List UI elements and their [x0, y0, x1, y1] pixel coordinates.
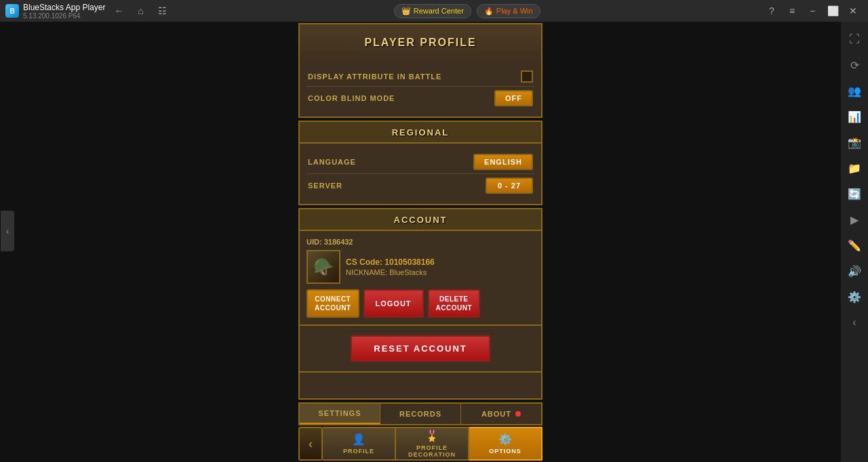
game-area: PLAYER PROFILE DISPLAY ATTRIBUTE IN BATT… [0, 22, 841, 462]
server-row: SERVER 0 - 27 [307, 174, 534, 197]
cs-code: CS Code: 10105038166 [346, 257, 534, 267]
options-label: OPTIONS [489, 448, 521, 455]
title-bar-info: BlueStacks App Player 5.13.200.1026 P64 [23, 3, 105, 20]
maximize-button[interactable]: ⬜ [823, 3, 842, 18]
sidebar-macro-icon[interactable]: ▶ [842, 207, 867, 232]
minimize-button[interactable]: − [803, 3, 822, 18]
sidebar-settings-icon[interactable]: ⚙️ [842, 285, 867, 309]
notification-dot [515, 411, 521, 417]
sidebar-folder-icon[interactable]: 📁 [842, 156, 867, 180]
logout-button[interactable]: LOGOUT [363, 289, 424, 318]
display-settings-section: DISPLAY ATTRIBUTE IN BATTLE COLOR BLIND … [298, 60, 542, 118]
language-select[interactable]: ENGLISH [473, 154, 533, 170]
play-win-button[interactable]: 🔥 Play & Win [477, 4, 540, 18]
regional-title-bar: REGIONAL [298, 121, 542, 144]
close-button[interactable]: ✕ [844, 3, 863, 18]
bottom-tabs: SETTINGS RECORDS ABOUT [298, 402, 542, 425]
sidebar-group-icon[interactable]: 👥 [842, 79, 867, 103]
sub-tabs: ‹ 👤 PROFILE 🎖️ PROFILEDECORATION ⚙️ OPTI… [298, 427, 542, 461]
player-profile-panel: PLAYER PROFILE DISPLAY ATTRIBUTE IN BATT… [298, 23, 542, 461]
account-info-row: 🪖 CS Code: 10105038166 NICKNAME: BlueSta… [307, 250, 534, 284]
sidebar-sync-icon[interactable]: 🔄 [842, 182, 867, 206]
language-label: LANGUAGE [308, 158, 356, 166]
sidebar-fullscreen-icon[interactable]: ⛶ [842, 27, 867, 51]
sidebar-edit-icon[interactable]: ✏️ [842, 233, 867, 257]
sidebar-collapse-icon[interactable]: ‹ [842, 310, 867, 335]
sidebar-stats-icon[interactable]: 📊 [842, 104, 867, 129]
sub-tab-decoration[interactable]: 🎖️ PROFILEDECORATION [396, 427, 469, 461]
nickname: NICKNAME: BlueStacks [346, 268, 534, 276]
display-attribute-label: DISPLAY ATTRIBUTE IN BATTLE [308, 72, 441, 81]
account-buttons: CONNECT ACCOUNT LOGOUT DELETE ACCOUNT [307, 289, 534, 318]
account-body: UID: 3186432 🪖 CS Code: 10105038166 NICK… [298, 231, 542, 326]
server-label: SERVER [308, 182, 342, 190]
title-bar-center: 👑 Reward Center 🔥 Play & Win [394, 4, 540, 18]
regional-body: LANGUAGE ENGLISH SERVER 0 - 27 [298, 144, 542, 205]
server-select[interactable]: 0 - 27 [486, 177, 533, 194]
color-blind-row: COLOR BLIND MODE OFF [307, 87, 534, 110]
sub-tab-options[interactable]: ⚙️ OPTIONS [469, 427, 542, 461]
account-uid: UID: 3186432 [307, 238, 534, 246]
account-title: ACCOUNT [394, 215, 448, 225]
panel-header-title: PLAYER PROFILE [364, 37, 476, 49]
decoration-icon: 🎖️ [425, 429, 439, 442]
crown-icon: 👑 [401, 7, 411, 16]
sub-tabs-prev-button[interactable]: ‹ [298, 427, 323, 461]
sidebar-camera-icon[interactable]: 📸 [842, 130, 867, 154]
back-button[interactable]: ← [109, 3, 128, 18]
menu-button[interactable]: ≡ [783, 3, 802, 18]
display-attribute-row: DISPLAY ATTRIBUTE IN BATTLE [307, 67, 534, 87]
sidebar-refresh-icon[interactable]: ⟳ [842, 53, 867, 77]
profile-label: PROFILE [343, 448, 374, 455]
home-button[interactable]: ⌂ [131, 3, 150, 18]
display-attribute-checkbox[interactable] [521, 70, 533, 83]
decoration-label: PROFILEDECORATION [408, 444, 456, 458]
empty-section [298, 373, 542, 400]
title-bar-left: B BlueStacks App Player 5.13.200.1026 P6… [5, 3, 172, 20]
left-panel-toggle[interactable]: ‹ [1, 211, 14, 251]
profile-icon: 👤 [352, 433, 366, 446]
account-details: CS Code: 10105038166 NICKNAME: BlueStack… [346, 257, 534, 276]
reward-center-button[interactable]: 👑 Reward Center [394, 4, 471, 18]
delete-account-button[interactable]: DELETE ACCOUNT [428, 289, 481, 318]
tab-settings[interactable]: SETTINGS [300, 404, 380, 424]
right-sidebar: ⛶ ⟳ 👥 📊 📸 📁 🔄 ▶ ✏️ 🔊 ⚙️ ‹ [841, 22, 868, 462]
account-title-bar: ACCOUNT [298, 208, 542, 231]
regional-title: REGIONAL [392, 127, 450, 138]
connect-account-button[interactable]: CONNECT ACCOUNT [307, 289, 359, 318]
tabs-button[interactable]: ☷ [153, 3, 172, 18]
language-row: LANGUAGE ENGLISH [307, 150, 534, 174]
color-blind-label: COLOR BLIND MODE [308, 94, 395, 102]
panel-header: PLAYER PROFILE [298, 23, 542, 60]
reset-section: RESET ACCOUNT [298, 326, 542, 373]
sub-tab-profile[interactable]: 👤 PROFILE [323, 427, 396, 461]
color-blind-toggle[interactable]: OFF [494, 90, 533, 106]
tab-about[interactable]: ABOUT [461, 404, 541, 424]
reset-account-button[interactable]: RESET ACCOUNT [351, 335, 490, 362]
tab-records[interactable]: RECORDS [380, 404, 461, 424]
bluestacks-logo: B [5, 4, 19, 18]
title-bar: B BlueStacks App Player 5.13.200.1026 P6… [0, 0, 868, 22]
window-controls: ? ≡ − ⬜ ✕ [762, 3, 863, 18]
options-icon: ⚙️ [498, 433, 513, 446]
avatar: 🪖 [307, 250, 340, 284]
sidebar-sound-icon[interactable]: 🔊 [842, 259, 867, 283]
app-title: BlueStacks App Player [23, 3, 105, 12]
help-button[interactable]: ? [762, 3, 781, 18]
nav-buttons: ← ⌂ ☷ [109, 3, 172, 18]
fire-icon: 🔥 [484, 7, 494, 16]
app-version: 5.13.200.1026 P64 [23, 12, 105, 20]
avatar-icon: 🪖 [313, 257, 334, 276]
